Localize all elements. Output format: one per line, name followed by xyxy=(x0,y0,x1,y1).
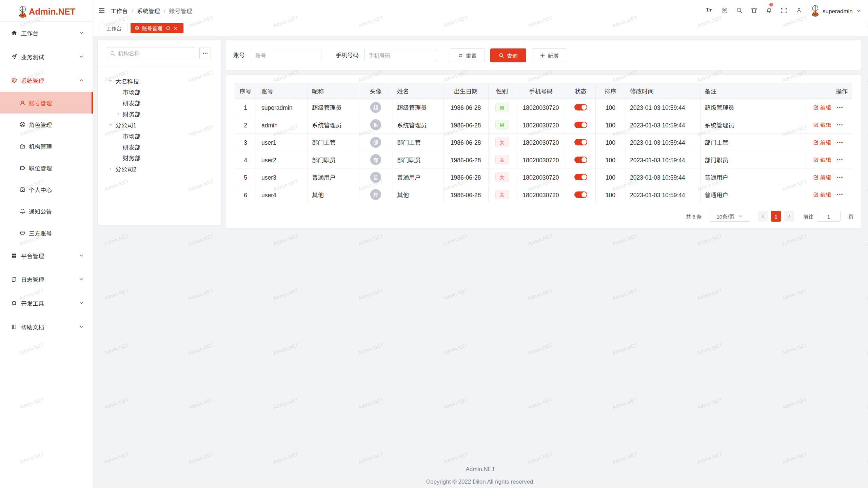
svg-text:中: 中 xyxy=(723,8,726,13)
